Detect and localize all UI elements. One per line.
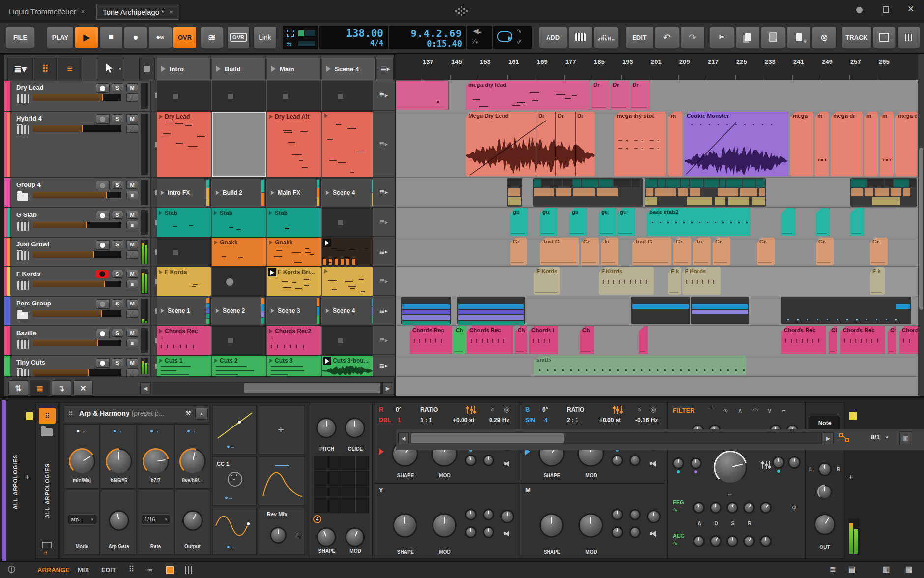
volume-fader[interactable] [33,310,121,317]
scene-launch-button[interactable]: ≣▸ [373,326,395,355]
arranger-track-lane[interactable] [396,296,918,326]
launcher-clip[interactable] [322,238,376,266]
clip-body[interactable]: F Kords [157,267,211,296]
arranger-clip[interactable]: mega d [895,112,917,176]
pad-mod-knob[interactable] [345,527,365,547]
track-name[interactable]: Group 4 [16,181,41,188]
filter-small-knob[interactable] [788,456,801,469]
arranger-clip[interactable]: gu [617,208,635,236]
track-row[interactable]: G StabSM≡StabStabStab [4,208,394,238]
arranger-clip[interactable]: Ch [829,326,837,354]
stereo-icon[interactable]: ◎ [504,406,509,413]
group-clip[interactable]: Main FX [267,178,321,207]
project-tab-active[interactable]: Tone Archipelago * × [96,4,179,20]
mute-button[interactable]: M [126,240,138,248]
ratio-value[interactable]: 1 : 1 [420,417,432,424]
scene-cell[interactable] [267,81,321,111]
voices-badge[interactable]: 4 [313,515,321,523]
overdub-button[interactable]: OVR [173,27,197,48]
scene-launch-button[interactable]: ≣▸ [373,237,395,267]
arranger-clip[interactable]: m [668,112,682,176]
osc-small-knob[interactable] [483,455,494,466]
follow-playback-button[interactable]: ↴ [52,380,71,396]
filter-type-icon[interactable]: ⌐ [782,407,786,414]
sub-mod-knob[interactable] [578,513,603,538]
record-arm-button[interactable] [96,270,109,278]
scene-cell[interactable] [322,208,376,237]
mix-view-button[interactable]: MIX [78,566,89,574]
circle-icon[interactable]: ○ [491,406,495,413]
volume-fader[interactable] [33,125,121,132]
arranger-clip[interactable]: F Kords [682,267,721,295]
edit-menu-button[interactable]: EDIT [625,27,654,48]
feg-knob[interactable] [710,502,722,514]
scroll-thumb[interactable] [411,433,564,443]
arrange-view-button[interactable]: ARRANGE [37,566,70,574]
filter-type-icon[interactable]: ∿ [723,407,728,414]
solo-button[interactable]: S [112,270,123,278]
arranger-clip[interactable]: Gr [581,238,599,265]
arranger-clip[interactable]: m [864,112,878,176]
arranger-clip[interactable]: Chords Rec [781,326,826,354]
arranger-clip[interactable]: Gr [757,238,775,265]
arranger-clip[interactable]: mega dr [831,112,863,176]
clip-body[interactable]: Chords Rec⋮ [157,326,211,355]
arranger-clip[interactable]: m [880,112,894,176]
scene-cell[interactable] [322,81,376,111]
hz-value[interactable]: -0.16 Hz [635,417,658,424]
track-name[interactable]: G Stab [16,211,37,218]
clip-body[interactable]: Stab [267,208,321,237]
solo-button[interactable]: S [112,114,123,122]
track-menu-button[interactable]: ≡ [126,339,138,347]
arranger-clip[interactable]: gu [569,208,587,236]
track-name[interactable]: Perc Group [16,300,51,307]
mixer-layout-button[interactable] [897,27,920,48]
arranger-clip[interactable]: Ju [601,238,618,265]
arranger-track-lane[interactable]: Chords RecChChords RecChChords lChChords… [396,326,918,355]
osc-phase-label[interactable]: 0° [396,406,401,413]
snap-settings-icon[interactable]: ▦ [899,431,912,444]
group-clip[interactable]: Intro FX [157,178,211,207]
envelope-mod-cell[interactable] [259,456,305,506]
launcher-rows-view-icon[interactable]: ≡ [58,58,82,80]
arranger-track-lane[interactable]: GrJust GGrJuJust GGrJuGrGrGrGr [396,237,918,267]
osc-small-knob[interactable] [629,455,641,466]
scene-header-main[interactable]: Main [267,58,321,80]
launcher-clip[interactable]: F Kords [157,267,211,296]
out-volume-knob[interactable] [814,514,836,535]
launcher-clip[interactable]: F Kords Bri... [267,267,321,296]
track-row[interactable]: Group 4SM≡Intro FXBuild 2Main FXScene 4 [4,178,394,208]
add-modulator-cell[interactable]: + [259,405,305,455]
launcher-clip[interactable]: Chords Rec2⋮ [267,326,321,355]
launcher-clip[interactable]: Cuts 3-bou... [322,356,376,376]
xy-pad[interactable] [314,456,369,513]
scene-launch-button[interactable]: ≣▸ [373,80,395,111]
track-menu-button[interactable]: ≡ [126,124,138,133]
sub-small-knob[interactable] [629,509,641,520]
device-header[interactable]: ⠿Arp & Harmony (preset p...⚒▲ [64,405,209,422]
arranger-clip[interactable]: Ju [693,238,711,265]
arranger-clip[interactable] [396,81,448,110]
play-menu-button[interactable]: PLAY [47,27,74,48]
arranger-track-lane[interactable]: mega dry leadDrDrDr [396,80,918,111]
redo-button[interactable]: ↷ [680,27,705,48]
volume-fader[interactable] [33,340,121,346]
group-pattern-clip[interactable] [850,178,917,207]
close-tab-icon[interactable]: × [81,8,85,15]
aeg-knob[interactable] [760,535,772,547]
sub-small-knob[interactable] [611,509,623,520]
scene-launch-button[interactable]: ≣▸ [373,178,395,208]
mute-button[interactable]: M [126,114,138,122]
aeg-knob[interactable] [743,535,755,547]
group-clip[interactable]: Scene 3 [267,297,321,325]
key-track-icon[interactable]: ⚲ [792,504,797,512]
record-arm-button[interactable] [96,211,110,220]
volume-fader[interactable] [33,369,121,376]
selected-empty-slot[interactable] [212,112,266,177]
group-clip[interactable]: Build 2 [212,178,266,207]
arranger-clip[interactable]: gu [599,208,616,236]
position-display[interactable]: 9.4.2.69 0:15.40 [389,26,466,49]
sub-small-knob[interactable] [483,509,494,520]
filter-type-icon[interactable]: ◠ [752,407,758,414]
arranger-clip[interactable]: gu [540,208,557,236]
